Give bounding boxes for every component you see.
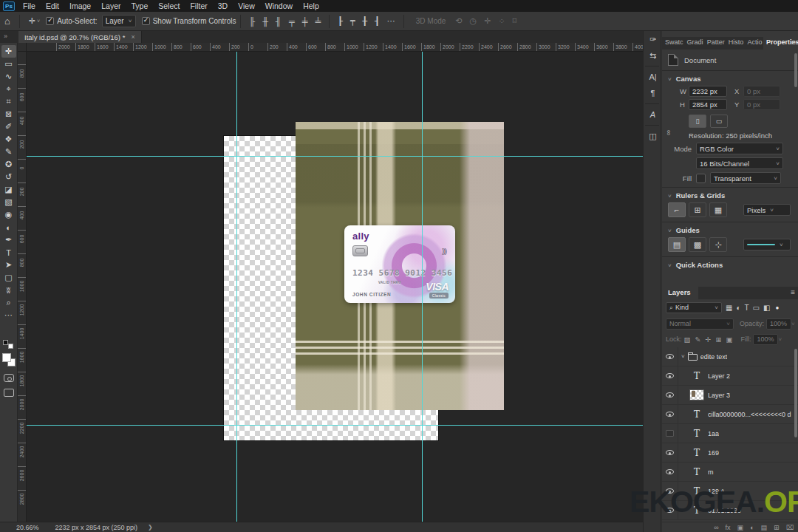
layers-menu-icon[interactable]: ≡ [791,288,795,296]
lock-artboard-icon[interactable]: ⊞ [715,335,721,344]
vertical-ruler[interactable]: 8006004002000200400600800100012001400160… [18,52,27,522]
distribute-horizontal-icon[interactable]: ┠ [338,16,343,26]
menu-file[interactable]: File [18,0,41,12]
menu-window[interactable]: Window [260,0,298,12]
align-horizontal-centers-icon[interactable]: ╫ [262,17,268,26]
canvas-width-field[interactable]: 2232 px [689,86,727,97]
layer-row[interactable]: ˅edite text [662,347,798,366]
guide-style-dropdown[interactable] [743,239,791,250]
tool-zoom[interactable]: ⌕ [1,296,16,309]
layer-row[interactable]: Tcilla0000000...<<<<<<<<0 d [662,405,798,424]
fill-color-swatch[interactable] [696,174,706,183]
layer-row[interactable]: T169 [662,443,798,463]
adjustment-layer-icon[interactable]: ◐ [750,524,754,531]
new-guide-layout-icon[interactable]: ⊹ [709,237,727,252]
guide-vertical[interactable] [422,52,423,522]
filter-smart-objects-icon[interactable]: ◧ [763,304,770,312]
quick-actions-section-header[interactable]: ˅Quick Actions [668,261,798,269]
auto-select-target-dropdown[interactable]: Layer [102,15,136,27]
tab-swatc[interactable]: Swatc [662,37,683,50]
distribute-vertical-icon[interactable]: ┯ [350,16,355,26]
new-group-icon[interactable]: ▤ [761,524,768,531]
menu-edit[interactable]: Edit [41,0,64,12]
visibility-cell[interactable] [662,463,678,481]
layer-row[interactable]: Tm [662,463,798,482]
status-chevron-icon[interactable]: ❯ [148,524,153,531]
3d-slide-icon[interactable]: ⁘ [498,16,505,26]
close-tab-icon[interactable]: × [131,33,134,41]
3d-roll-icon[interactable]: ◷ [470,16,477,26]
character-panel-icon[interactable]: A| [644,69,662,85]
visibility-cell[interactable] [662,405,678,423]
guide-vertical[interactable] [236,52,237,522]
panel-menu-icon[interactable]: ≡ [791,38,796,47]
tool-object-selection[interactable]: ⌖ [1,83,16,95]
menu-layer[interactable]: Layer [96,0,126,12]
lock-position-icon[interactable]: ✛ [705,335,711,344]
eye-icon[interactable] [666,392,674,398]
tool-path-selection[interactable]: ➤ [1,259,16,271]
document-tab[interactable]: Italy id.psd @ 20.7% (RGB/16) * × [18,31,142,43]
menu-3d[interactable]: 3D [213,0,233,12]
move-tool-icon[interactable]: ✛ [29,16,35,26]
canvas-height-field[interactable]: 2854 px [689,99,727,110]
canvas-section-header[interactable]: ˅Canvas [668,75,798,83]
layer-filter-kind-dropdown[interactable]: ⌕ Kind [666,302,722,313]
tool-pen[interactable]: ✒ [1,233,16,246]
3d-scale-icon[interactable]: ⌑ [513,16,517,26]
3d-drag-icon[interactable]: ✛ [484,16,491,26]
layer-mask-icon[interactable]: ▣ [737,524,744,531]
align-top-edges-icon[interactable]: ╤ [289,17,295,26]
align-right-edges-icon[interactable]: ╢ [276,17,282,26]
color-mode-dropdown[interactable]: RGB Color [696,143,783,154]
toggle-grid-icon[interactable]: ⊞ [689,202,706,217]
layer-row[interactable]: Layer 3 [662,386,798,405]
tab-actio[interactable]: Actio [745,37,764,50]
orientation-portrait-button[interactable]: ▯ [689,115,706,128]
tool-eraser[interactable]: ◪ [1,183,16,196]
tool-crop[interactable]: ⌗ [1,95,16,108]
foreground-background-swatches[interactable] [2,353,16,366]
tool-clone-stamp[interactable]: ✪ [1,158,16,171]
ruler-units-dropdown[interactable]: Pixels [743,204,791,216]
visibility-cell[interactable] [662,482,678,500]
guide-horizontal[interactable] [27,156,643,157]
layers-scrollbar[interactable] [794,349,797,437]
menu-filter[interactable]: Filter [185,0,212,12]
status-zoom-level[interactable]: 20.66% [16,524,39,531]
link-layers-icon[interactable]: ∞ [714,524,718,531]
eye-icon[interactable] [666,508,674,513]
filter-pixel-layers-icon[interactable]: ▦ [726,304,732,312]
show-transform-checkbox[interactable] [142,17,150,25]
lock-all-icon[interactable]: ▣ [726,335,732,344]
filter-shape-layers-icon[interactable]: ▭ [753,304,760,312]
lock-transparent-pixels-icon[interactable]: ▨ [684,335,691,344]
credit-card-image[interactable]: ally ))) 1234 5678 9012 3456 VALID THRU … [344,225,455,303]
layer-row[interactable]: TLayer 2 [662,366,798,386]
eye-icon[interactable] [666,488,674,494]
layer-effects-icon[interactable]: fx [726,524,731,531]
visibility-cell[interactable] [662,347,678,366]
paragraph-panel-icon[interactable]: ¶ [644,85,662,101]
home-icon[interactable]: ⌂ [4,16,10,27]
plaid-fabric-photo-layer[interactable]: ally ))) 1234 5678 9012 3456 VALID THRU … [296,122,504,410]
horizontal-ruler[interactable]: 2000180016001400120010008006004002000200… [27,43,643,52]
tab-gradi[interactable]: Gradi [683,37,703,50]
tool-move[interactable]: ✛ [1,45,16,58]
visibility-cell[interactable] [662,443,678,462]
align-left-edges-icon[interactable]: ╟ [249,17,255,26]
tool-history-brush[interactable]: ↺ [1,171,16,183]
tool-shape[interactable]: ▢ [1,271,16,284]
default-colors-icon[interactable] [3,340,13,349]
menu-help[interactable]: Help [298,0,324,12]
canvas-viewport[interactable]: ally ))) 1234 5678 9012 3456 VALID THRU … [27,52,643,522]
align-bottom-edges-icon[interactable]: ╧ [315,17,321,26]
visibility-cell[interactable] [662,366,678,385]
group-chevron-icon[interactable]: ˅ [681,353,685,360]
more-options-icon[interactable]: ⋯ [387,16,395,26]
fill-dropdown[interactable]: Transparent [710,172,781,184]
lock-guides-icon[interactable]: ▩ [689,237,706,252]
menu-image[interactable]: Image [64,0,96,12]
menu-view[interactable]: View [233,0,260,12]
orientation-landscape-button[interactable]: ▭ [710,115,728,128]
